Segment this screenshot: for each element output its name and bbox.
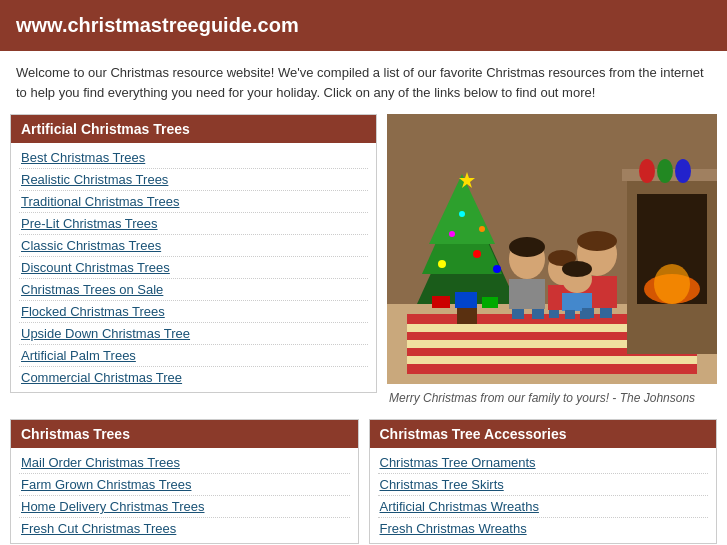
intro-section: Welcome to our Christmas resource websit… [0,51,727,114]
svg-rect-29 [509,279,545,309]
link-farm-grown[interactable]: Farm Grown Christmas Trees [19,474,350,496]
link-best-christmas-trees[interactable]: Best Christmas Trees [19,147,368,169]
link-traditional-christmas-trees[interactable]: Traditional Christmas Trees [19,191,368,213]
photo-caption: Merry Christmas from our family to yours… [387,387,717,409]
svg-point-19 [473,250,481,258]
svg-rect-26 [455,292,477,308]
artificial-trees-links: Best Christmas Trees Realistic Christmas… [11,143,376,392]
svg-point-18 [438,260,446,268]
site-title: www.christmastreeguide.com [16,14,711,37]
link-fresh-wreaths[interactable]: Fresh Christmas Wreaths [378,518,709,539]
link-classic-christmas-trees[interactable]: Classic Christmas Trees [19,235,368,257]
photo-section: Merry Christmas from our family to yours… [387,114,717,409]
svg-rect-40 [512,309,524,319]
svg-point-22 [479,226,485,232]
intro-text: Welcome to our Christmas resource websit… [16,63,711,102]
svg-point-38 [577,231,617,251]
artificial-trees-heading: Artificial Christmas Trees [11,115,376,143]
svg-point-21 [449,231,455,237]
christmas-trees-links: Mail Order Christmas Trees Farm Grown Ch… [11,448,358,543]
link-fresh-cut[interactable]: Fresh Cut Christmas Trees [19,518,350,539]
svg-rect-47 [580,311,590,319]
artificial-trees-box: Artificial Christmas Trees Best Christma… [10,114,377,393]
bottom-row: Christmas Trees Mail Order Christmas Tre… [0,419,727,545]
link-christmas-trees-on-sale[interactable]: Christmas Trees on Sale [19,279,368,301]
svg-point-36 [509,237,545,257]
svg-rect-25 [432,296,450,308]
link-artificial-wreaths[interactable]: Artificial Christmas Wreaths [378,496,709,518]
svg-point-12 [657,159,673,183]
family-photo [387,114,717,384]
main-content: Artificial Christmas Trees Best Christma… [0,114,727,419]
link-commercial-christmas-tree[interactable]: Commercial Christmas Tree [19,367,368,388]
site-header: www.christmastreeguide.com [0,0,727,51]
svg-rect-41 [532,309,544,319]
svg-rect-27 [482,297,498,308]
link-home-delivery[interactable]: Home Delivery Christmas Trees [19,496,350,518]
svg-rect-5 [407,356,697,364]
svg-point-9 [654,264,690,304]
svg-point-20 [493,265,501,273]
link-discount-christmas-trees[interactable]: Discount Christmas Trees [19,257,368,279]
accessories-box: Christmas Tree Accessories Christmas Tre… [369,419,718,544]
link-upside-down-christmas-tree[interactable]: Upside Down Christmas Tree [19,323,368,345]
left-section: Artificial Christmas Trees Best Christma… [10,114,377,409]
link-pre-lit-christmas-trees[interactable]: Pre-Lit Christmas Trees [19,213,368,235]
link-ornaments[interactable]: Christmas Tree Ornaments [378,452,709,474]
accessories-links: Christmas Tree Ornaments Christmas Tree … [370,448,717,543]
link-realistic-christmas-trees[interactable]: Realistic Christmas Trees [19,169,368,191]
svg-rect-46 [565,311,575,319]
link-flocked-christmas-trees[interactable]: Flocked Christmas Trees [19,301,368,323]
christmas-trees-heading: Christmas Trees [11,420,358,448]
link-artificial-palm-trees[interactable]: Artificial Palm Trees [19,345,368,367]
christmas-trees-box: Christmas Trees Mail Order Christmas Tre… [10,419,359,544]
svg-rect-45 [600,308,612,318]
svg-rect-42 [549,310,559,318]
link-mail-order[interactable]: Mail Order Christmas Trees [19,452,350,474]
accessories-heading: Christmas Tree Accessories [370,420,717,448]
link-skirts[interactable]: Christmas Tree Skirts [378,474,709,496]
svg-point-11 [639,159,655,183]
svg-point-13 [675,159,691,183]
svg-point-39 [562,261,592,277]
photo-container: Merry Christmas from our family to yours… [387,114,717,409]
svg-point-23 [459,211,465,217]
